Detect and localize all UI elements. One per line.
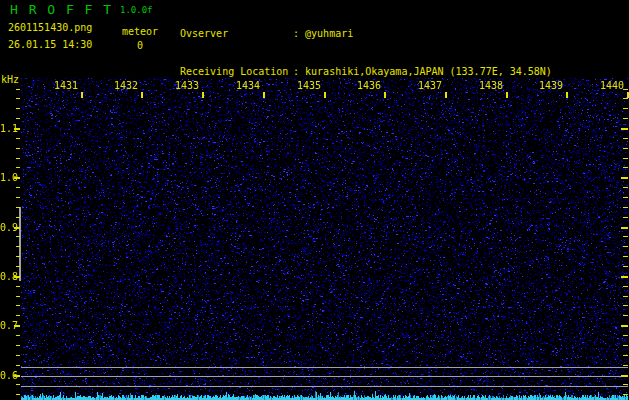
meteor-count-label: meteor	[120, 26, 160, 37]
info-row-location: Receiving Location: kurashiki,Okayama,JA…	[180, 66, 552, 79]
freq-tick-left	[16, 315, 20, 316]
observation-datetime: 26.01.15 14:30	[8, 39, 92, 50]
info-value: @yuhmari	[305, 28, 353, 39]
info-value: kurashiki,Okayama,JAPAN (133.77E, 34.58N…	[305, 66, 552, 77]
freq-tick-left	[14, 375, 20, 377]
freq-tick-left	[16, 89, 20, 90]
freq-tick-label: 0.8	[0, 272, 14, 282]
info-label: Ovserver	[180, 28, 293, 41]
meteor-count-value: 0	[120, 40, 160, 51]
hrofft-screen: H R O F F T 1.0.0f 2601151430.png 26.01.…	[0, 0, 629, 400]
freq-tick-left	[14, 177, 20, 179]
freq-tick-left	[16, 286, 20, 287]
freq-tick-left	[16, 345, 20, 346]
output-filename: 2601151430.png	[8, 22, 92, 33]
calibration-marker	[19, 207, 21, 281]
freq-tick-left	[14, 325, 20, 327]
spectrogram-plot	[21, 78, 628, 400]
freq-tick-left	[16, 305, 20, 306]
info-label: Receiving Location	[180, 66, 293, 79]
freq-tick-label: 1.0	[0, 173, 14, 183]
freq-tick-left	[16, 118, 20, 119]
freq-tick-left	[14, 128, 20, 130]
freq-tick-label: 0.6	[0, 371, 14, 381]
freq-tick-left	[16, 158, 20, 159]
freq-tick-left	[16, 394, 20, 395]
freq-tick-left	[16, 335, 20, 336]
carrier-line	[21, 386, 628, 387]
spectrogram-noise-canvas	[21, 78, 628, 400]
freq-tick-left	[16, 365, 20, 366]
freq-tick-left	[16, 167, 20, 168]
app-title: H R O F F T	[10, 2, 113, 17]
freq-tick-label: 0.9	[0, 223, 14, 233]
frequency-axis-unit: kHz	[1, 74, 19, 85]
freq-tick-left	[16, 108, 20, 109]
freq-tick-left	[16, 138, 20, 139]
freq-tick-left	[16, 148, 20, 149]
freq-tick-left	[16, 98, 20, 99]
freq-tick-left	[16, 384, 20, 385]
freq-tick-label: 0.7	[0, 321, 14, 331]
freq-tick-left	[16, 355, 20, 356]
app-version: 1.0.0f	[120, 5, 153, 15]
carrier-line	[21, 367, 628, 368]
freq-tick-label: 1.1	[0, 124, 14, 134]
freq-tick-left	[16, 197, 20, 198]
info-row-observer: Ovserver: @yuhmari	[180, 28, 552, 41]
carrier-line	[21, 376, 628, 377]
freq-tick-left	[16, 296, 20, 297]
freq-tick-left	[16, 187, 20, 188]
